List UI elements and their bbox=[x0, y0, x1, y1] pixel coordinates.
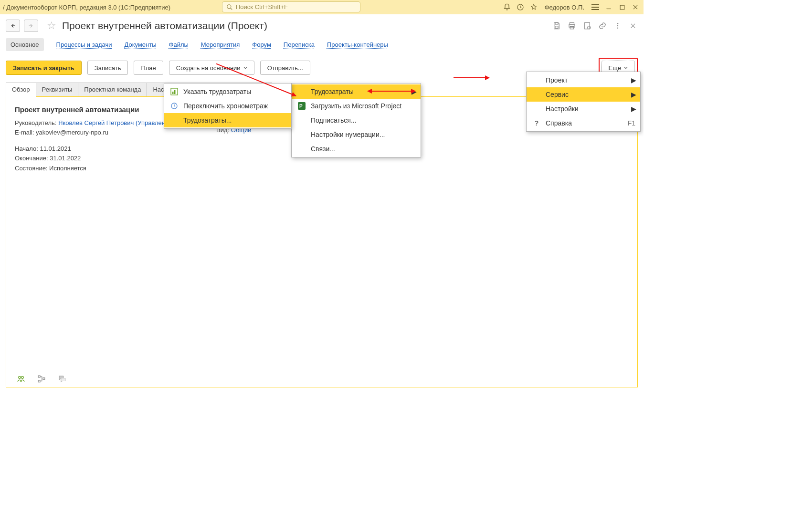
msproject-icon: P bbox=[297, 102, 306, 110]
send-button[interactable]: Отправить... bbox=[260, 61, 310, 75]
minimize-icon[interactable] bbox=[603, 2, 614, 12]
secnav-link[interactable]: Переписка bbox=[284, 41, 315, 48]
menu-item-settings[interactable]: Настройки ▶ bbox=[527, 102, 640, 116]
history-icon[interactable] bbox=[515, 2, 526, 12]
menu-service: Трудозатраты ▶ P Загрузить из Microsoft … bbox=[291, 83, 421, 157]
chevron-right-icon: ▶ bbox=[631, 76, 636, 84]
nav-row: ☆ Проект внутренней автоматизации (Проек… bbox=[0, 14, 644, 34]
annotation-arrow bbox=[454, 77, 489, 78]
print-icon[interactable] bbox=[567, 21, 577, 31]
annotation-arrow bbox=[368, 91, 415, 92]
search-icon bbox=[226, 4, 233, 10]
svg-point-18 bbox=[617, 27, 618, 28]
favorite-star-icon[interactable]: ☆ bbox=[47, 20, 56, 32]
svg-point-22 bbox=[21, 376, 24, 379]
write-button[interactable]: Записать bbox=[87, 61, 128, 75]
svg-text:P: P bbox=[299, 104, 303, 109]
menu-more: Проект ▶ Сервис ▶ Настройки ▶ ? Справка … bbox=[526, 72, 641, 132]
secnav-link[interactable]: Форум bbox=[252, 41, 271, 48]
user-name[interactable]: Федоров О.П. bbox=[542, 4, 587, 11]
secnav-link[interactable]: Процессы и задачи bbox=[56, 41, 112, 48]
forward-button[interactable] bbox=[24, 20, 38, 32]
secnav-link[interactable]: Проекты-контейнеры bbox=[327, 41, 388, 48]
people-icon[interactable] bbox=[16, 375, 26, 383]
chevron-right-icon: ▶ bbox=[631, 105, 636, 113]
plan-button[interactable]: План bbox=[134, 61, 163, 75]
secnav-link[interactable]: Документы bbox=[125, 41, 157, 48]
search-placeholder: Поиск Ctrl+Shift+F bbox=[236, 3, 288, 10]
menu-item-labor-report[interactable]: Трудозатраты... bbox=[164, 113, 291, 127]
chevron-down-icon bbox=[243, 66, 247, 70]
svg-rect-9 bbox=[555, 22, 558, 24]
svg-line-1 bbox=[231, 8, 232, 10]
svg-rect-13 bbox=[570, 27, 574, 29]
search-wrap: Поиск Ctrl+Shift+F bbox=[222, 1, 360, 12]
menu-item-labor[interactable]: Трудозатраты ▶ bbox=[292, 84, 421, 99]
secnav-active[interactable]: Основное bbox=[6, 38, 44, 51]
search-input[interactable]: Поиск Ctrl+Shift+F bbox=[222, 1, 360, 12]
svg-rect-14 bbox=[585, 22, 590, 29]
back-button[interactable] bbox=[6, 20, 20, 32]
svg-rect-4 bbox=[620, 5, 624, 10]
link-icon[interactable] bbox=[598, 21, 607, 31]
svg-rect-29 bbox=[172, 92, 174, 94]
svg-point-17 bbox=[617, 25, 618, 26]
section-nav: Основное Процессы и задачи Документы Фай… bbox=[0, 34, 644, 56]
star-icon[interactable] bbox=[528, 2, 539, 12]
svg-point-0 bbox=[227, 4, 231, 8]
titlebar: / Документооборот КОРП, редакция 3.0 (1С… bbox=[0, 0, 644, 14]
page-title: Проект внутренней автоматизации (Проект) bbox=[62, 20, 267, 31]
bottom-icon-row bbox=[16, 375, 628, 383]
menu-item-msproject[interactable]: P Загрузить из Microsoft Project bbox=[292, 99, 421, 113]
svg-rect-23 bbox=[38, 376, 40, 377]
help-icon: ? bbox=[532, 119, 541, 127]
kebab-icon[interactable] bbox=[613, 21, 623, 31]
tab-team[interactable]: Проектная команда bbox=[78, 83, 147, 97]
tab-overview[interactable]: Обзор bbox=[6, 83, 36, 97]
secnav-link[interactable]: Мероприятия bbox=[201, 41, 240, 48]
menu-item-project[interactable]: Проект ▶ bbox=[527, 73, 640, 87]
shortcut-label: F1 bbox=[628, 119, 635, 127]
svg-rect-25 bbox=[43, 378, 45, 380]
menu-labor: Указать трудозатраты Переключить хрономе… bbox=[164, 83, 292, 129]
write-and-close-button[interactable]: Записать и закрыть bbox=[6, 61, 82, 75]
clock-icon bbox=[170, 102, 179, 110]
menu-icon[interactable] bbox=[590, 2, 601, 12]
close-icon[interactable] bbox=[630, 2, 641, 12]
svg-rect-30 bbox=[174, 90, 176, 94]
tab-requisites[interactable]: Реквизиты bbox=[36, 83, 79, 97]
svg-rect-24 bbox=[38, 380, 40, 382]
svg-point-16 bbox=[617, 23, 618, 24]
tree-icon[interactable] bbox=[37, 375, 46, 383]
svg-point-21 bbox=[19, 376, 21, 379]
menu-item-links[interactable]: Связи... bbox=[292, 142, 421, 156]
nav-right-icons bbox=[552, 21, 638, 31]
menu-item-subscribe[interactable]: Подписаться... bbox=[292, 113, 421, 127]
svg-rect-10 bbox=[555, 26, 558, 29]
maximize-icon[interactable] bbox=[617, 2, 627, 12]
chevron-down-icon bbox=[624, 66, 628, 70]
app-title: / Документооборот КОРП, редакция 3.0 (1С… bbox=[3, 4, 170, 11]
secnav-link[interactable]: Файлы bbox=[169, 41, 189, 48]
report-icon[interactable] bbox=[582, 21, 592, 31]
menu-item-numbering[interactable]: Настройки нумерации... bbox=[292, 127, 421, 142]
chevron-right-icon: ▶ bbox=[631, 91, 636, 98]
menu-item-timer[interactable]: Переключить хронометраж bbox=[164, 99, 291, 113]
chat-icon[interactable] bbox=[57, 375, 67, 383]
titlebar-right: Федоров О.П. bbox=[502, 0, 641, 14]
bell-icon[interactable] bbox=[502, 2, 512, 12]
menu-item-service[interactable]: Сервис ▶ bbox=[527, 87, 640, 102]
save-icon[interactable] bbox=[552, 21, 561, 31]
close-panel-icon[interactable] bbox=[628, 21, 638, 31]
create-based-on-button[interactable]: Создать на основании bbox=[169, 61, 254, 75]
labor-icon bbox=[170, 87, 179, 96]
menu-item-help[interactable]: ? Справка F1 bbox=[527, 116, 640, 130]
state-line: Состояние: Исполняется bbox=[15, 164, 629, 173]
